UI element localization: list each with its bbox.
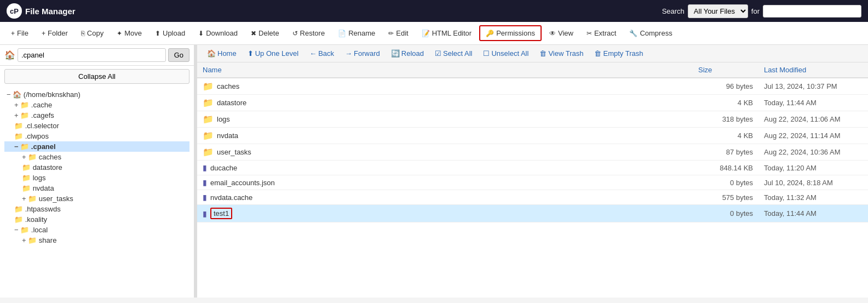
name-cell[interactable]: ▮ test1	[197, 205, 693, 222]
edit-label: Edit	[396, 29, 408, 37]
plus-icon: +	[14, 101, 20, 109]
reload-label: Reload	[401, 49, 424, 58]
unselect-all-button[interactable]: ☐ Unselect All	[479, 48, 533, 59]
name-cell[interactable]: 📁 logs	[197, 111, 693, 128]
folder-button[interactable]: + Folder	[36, 26, 73, 40]
name-cell[interactable]: ▮ ducache	[197, 161, 693, 175]
table-row[interactable]: ▮ email_accounts.json 0 bytes Jul 10, 20…	[197, 175, 868, 190]
folder-icon: 📁	[22, 184, 31, 192]
last-modified-column-header[interactable]: Last Modified	[758, 62, 868, 78]
restore-button[interactable]: ↺ Restore	[287, 26, 331, 40]
path-bar: 🏠 Go	[0, 45, 194, 66]
go-button[interactable]: Go	[168, 48, 189, 62]
search-input[interactable]	[763, 5, 861, 18]
table-row[interactable]: 📁 caches 96 bytes Jul 13, 2024, 10:37 PM	[197, 78, 868, 95]
forward-button[interactable]: → Forward	[341, 48, 384, 59]
permissions-button[interactable]: 🔑 Permissions	[479, 25, 542, 41]
secondary-toolbar: 🏠 Home ⬆ Up One Level ← Back → Forward 🔄…	[197, 45, 868, 62]
size-cell: 87 bytes	[693, 144, 758, 161]
file-name: caches	[217, 82, 239, 90]
unselect-all-label: Unselect All	[491, 49, 528, 58]
view-trash-button[interactable]: 🗑 View Trash	[535, 48, 588, 59]
tree-item-htpasswds[interactable]: 📁 .htpasswds	[4, 204, 189, 214]
path-input[interactable]	[18, 48, 166, 62]
view-button[interactable]: 👁 View	[544, 26, 579, 40]
tree-item-local[interactable]: − 📁 .local	[4, 225, 189, 235]
table-row[interactable]: ▮ ducache 848.14 KB Today, 11:20 AM	[197, 161, 868, 175]
table-row[interactable]: ▮ test1 0 bytes Today, 11:44 AM	[197, 205, 868, 222]
restore-icon: ↺	[292, 30, 298, 37]
modified-cell: Aug 22, 2024, 11:06 AM	[758, 111, 868, 128]
name-cell[interactable]: ▮ email_accounts.json	[197, 175, 693, 190]
tree-item-clwpos[interactable]: 📁 .clwpos	[4, 131, 189, 141]
name-cell[interactable]: ▮ nvdata.cache	[197, 190, 693, 205]
folder-icon: 📁	[14, 122, 23, 130]
cpanel-label: .cpanel	[31, 142, 56, 151]
tree-item-root[interactable]: − 🏠 (/home/bknskhan)	[4, 89, 189, 100]
upload-icon: ⬆	[155, 30, 160, 37]
file-panel: 🏠 Home ⬆ Up One Level ← Back → Forward 🔄…	[197, 45, 868, 298]
compress-icon: 🔧	[629, 30, 637, 37]
top-bar: cP File Manager Search All Your Files fo…	[0, 0, 868, 22]
name-column-header[interactable]: Name	[197, 62, 693, 78]
copy-label: Copy	[87, 29, 104, 37]
move-button[interactable]: ✦ Move	[111, 26, 147, 40]
search-scope-select[interactable]: All Your Files	[688, 4, 748, 18]
extract-button[interactable]: ✂ Extract	[581, 26, 622, 40]
tree-item-user-tasks[interactable]: + 📁 user_tasks	[4, 193, 189, 204]
tree-item-cpanel[interactable]: − 📁 .cpanel	[4, 141, 189, 152]
compress-button[interactable]: 🔧 Compress	[624, 26, 677, 40]
tree-item-koality[interactable]: 📁 .koality	[4, 214, 189, 225]
name-cell[interactable]: 📁 nvdata	[197, 128, 693, 144]
select-all-button[interactable]: ☑ Select All	[430, 48, 476, 59]
size-cell: 848.14 KB	[693, 161, 758, 175]
download-button[interactable]: ⬇ Download	[193, 26, 243, 40]
table-row[interactable]: 📁 nvdata 4 KB Aug 22, 2024, 11:14 AM	[197, 128, 868, 144]
logo-circle: cP	[7, 3, 22, 19]
htpasswds-label: .htpasswds	[25, 205, 61, 213]
html-editor-button[interactable]: 📝 HTML Editor	[416, 26, 477, 40]
folder-plus-icon: +	[42, 30, 45, 37]
tree-item-share[interactable]: + 📁 share	[4, 235, 189, 245]
tree-item-logs[interactable]: 📁 logs	[4, 173, 189, 183]
modified-cell: Today, 11:44 AM	[758, 205, 868, 222]
tree-item-datastore[interactable]: 📁 datastore	[4, 162, 189, 173]
size-column-header[interactable]: Size	[693, 62, 758, 78]
table-row[interactable]: 📁 logs 318 bytes Aug 22, 2024, 11:06 AM	[197, 111, 868, 128]
tree-item-cl-selector[interactable]: 📁 .cl.selector	[4, 121, 189, 131]
folder-icon: 📁	[22, 163, 31, 171]
edit-button[interactable]: ✏ Edit	[383, 26, 413, 40]
modified-cell: Today, 11:44 AM	[758, 95, 868, 111]
name-cell[interactable]: 📁 user_tasks	[197, 144, 693, 161]
folder-icon: 📁	[20, 142, 29, 151]
table-row[interactable]: 📁 user_tasks 87 bytes Aug 22, 2024, 10:3…	[197, 144, 868, 161]
upload-button[interactable]: ⬆ Upload	[150, 26, 191, 40]
tree-item-nvdata[interactable]: 📁 nvdata	[4, 183, 189, 193]
table-row[interactable]: ▮ nvdata.cache 575 bytes Today, 11:32 AM	[197, 190, 868, 205]
size-cell: 318 bytes	[693, 111, 758, 128]
table-row[interactable]: 📁 datastore 4 KB Today, 11:44 AM	[197, 95, 868, 111]
name-cell[interactable]: 📁 datastore	[197, 95, 693, 111]
tree-item-cagefs[interactable]: + 📁 .cagefs	[4, 110, 189, 121]
tree-item-cache[interactable]: + 📁 .cache	[4, 100, 189, 110]
name-cell[interactable]: 📁 caches	[197, 78, 693, 95]
home-button[interactable]: 🏠 Home	[203, 48, 241, 59]
delete-icon: ✖	[251, 30, 256, 37]
up-one-level-button[interactable]: ⬆ Up One Level	[243, 48, 303, 59]
empty-trash-button[interactable]: 🗑 Empty Trash	[590, 48, 647, 59]
file-button[interactable]: + File	[5, 26, 34, 40]
home-icon[interactable]: 🏠	[4, 50, 15, 60]
file-tree: − 🏠 (/home/bknskhan) + 📁 .cache + 📁 .cag…	[0, 87, 194, 248]
search-label: Search	[662, 7, 685, 15]
back-button[interactable]: ← Back	[305, 48, 338, 59]
tree-item-caches[interactable]: + 📁 caches	[4, 152, 189, 162]
size-cell: 0 bytes	[693, 175, 758, 190]
collapse-all-button[interactable]: Collapse All	[4, 69, 189, 84]
user-tasks-label: user_tasks	[39, 195, 73, 203]
search-for-label: for	[751, 7, 760, 15]
plus-icon: +	[11, 30, 15, 37]
rename-button[interactable]: 📄 Rename	[332, 26, 381, 40]
delete-button[interactable]: ✖ Delete	[245, 26, 285, 40]
copy-button[interactable]: ⎘ Copy	[76, 26, 109, 40]
reload-button[interactable]: 🔄 Reload	[387, 48, 428, 59]
